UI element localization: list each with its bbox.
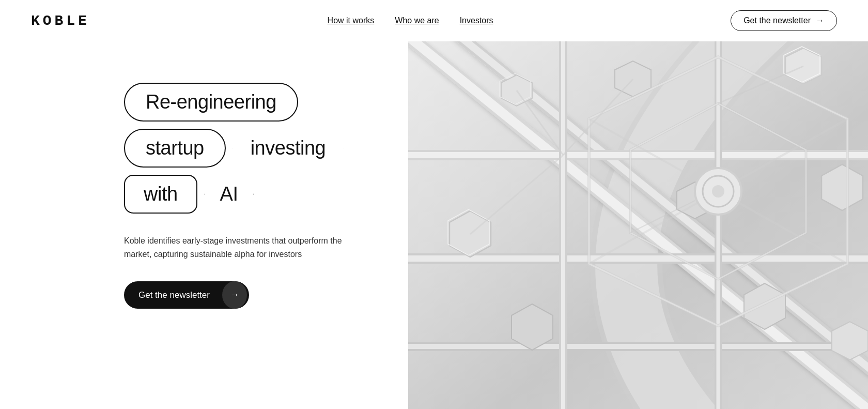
hero-newsletter-button[interactable]: Get the newsletter → [124,281,249,309]
hero-badge-investing: investing [233,130,343,166]
header: KOBLE How it works Who we are Investors … [0,0,868,41]
hero-badge-startup: startup [124,129,226,168]
hero-badge-with: with [124,175,197,214]
mechanical-illustration [408,41,868,409]
header-newsletter-label: Get the newsletter [743,16,811,25]
hero-badge-reengineering: Re-engineering [124,83,298,122]
main-nav: How it works Who we are Investors [328,16,493,25]
svg-point-21 [712,185,724,198]
nav-who-we-are[interactable]: Who we are [395,16,439,25]
hero-row-2: startup investing [124,129,377,168]
hero-section: Re-engineering startup investing with AI… [0,41,408,409]
hero-badge-cluster: Re-engineering startup investing with AI [124,83,377,214]
logo: KOBLE [31,13,90,29]
main-content: Re-engineering startup investing with AI… [0,41,868,409]
header-newsletter-button[interactable]: Get the newsletter → [731,10,837,31]
hero-newsletter-arrow: → [222,281,247,309]
hero-newsletter-label: Get the newsletter [124,282,222,309]
nav-investors[interactable]: Investors [460,16,493,25]
hero-row-3: with AI [124,175,377,214]
hero-image [408,41,868,409]
hero-badge-ai: AI [205,176,254,213]
hero-row-1: Re-engineering [124,83,377,122]
nav-how-it-works[interactable]: How it works [328,16,375,25]
header-newsletter-arrow: → [816,16,824,25]
hero-description: Koble identifies early-stage investments… [124,234,362,261]
